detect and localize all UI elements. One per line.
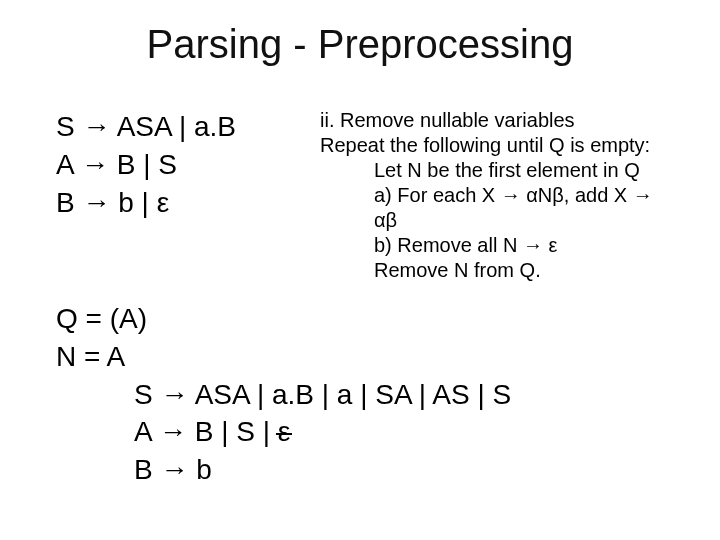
result-rule-s: S → ASA | a.B | a | SA | AS | S	[56, 376, 676, 414]
algorithm-step-a: a) For each X → αNβ, add X → αβ	[320, 183, 680, 233]
grammar-rule-b: B → b | ε	[56, 184, 316, 222]
result-rule-a: A → B | S | ε	[56, 413, 676, 451]
trace-block: Q = (A) N = A S → ASA | a.B | a | SA | A…	[56, 300, 676, 489]
page-title: Parsing - Preprocessing	[0, 22, 720, 67]
algorithm-heading: ii. Remove nullable variables	[320, 108, 680, 133]
grammar-rule-a: A → B | S	[56, 146, 316, 184]
result-rule-a-prefix: A → B | S |	[134, 416, 278, 447]
result-rule-b: B → b	[56, 451, 676, 489]
grammar-rule-s: S → ASA | a.B	[56, 108, 316, 146]
slide: Parsing - Preprocessing S → ASA | a.B A …	[0, 0, 720, 540]
grammar-initial: S → ASA | a.B A → B | S B → b | ε	[56, 108, 316, 221]
algorithm-box: ii. Remove nullable variables Repeat the…	[320, 108, 680, 283]
algorithm-step-remove: Remove N from Q.	[320, 258, 680, 283]
algorithm-repeat: Repeat the following until Q is empty:	[320, 133, 680, 158]
trace-n: N = A	[56, 338, 676, 376]
result-rule-a-struck-epsilon: ε	[278, 413, 290, 451]
trace-q: Q = (A)	[56, 300, 676, 338]
algorithm-step-let: Let N be the first element in Q	[320, 158, 680, 183]
algorithm-step-b: b) Remove all N → ε	[320, 233, 680, 258]
